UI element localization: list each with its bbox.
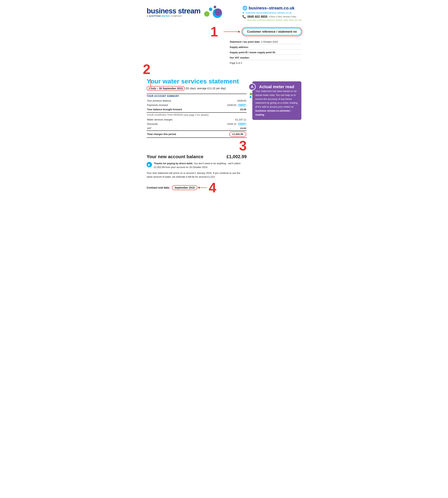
total-value: £1,002.99 xyxy=(207,131,247,138)
charges-table: Water services charges £1,107.11 Discoun… xyxy=(147,117,247,138)
tax-date-row: Statement / tax point date: 2 October 20… xyxy=(230,40,301,44)
vat-value: £0.00 xyxy=(207,126,247,131)
new-balance-amount: £1,002.99 xyxy=(226,154,247,159)
meter-dots xyxy=(250,93,252,98)
contact-website: 🌐 business–stream.co.uk xyxy=(242,6,301,11)
payments-value: £428.63 CREDIT xyxy=(211,103,247,107)
previous-balance-value: £428.63 xyxy=(211,99,247,103)
total-label: Total charges this period xyxy=(147,131,207,138)
direct-debit-section: ▶ Thanks for paying by direct debit. You… xyxy=(147,162,247,169)
annotation-3: 3 xyxy=(239,139,247,152)
previous-balance-label: Your previous balance xyxy=(147,99,211,103)
water-charges-row: Water services charges £1,107.11 xyxy=(147,117,247,122)
annotation-1: 1 xyxy=(210,25,218,38)
balance-forward-label: Your balance brought forward xyxy=(147,107,211,112)
new-balance-row: Your new account balance £1,002.99 xyxy=(147,154,247,159)
annotation-2: 2 xyxy=(143,63,150,76)
payments-credit-badge: CREDIT xyxy=(238,104,246,106)
supply-address-label: Supply address: xyxy=(230,46,249,49)
contract-highlight: September 2015 xyxy=(172,185,197,190)
new-balance-title: Your new account balance xyxy=(147,154,203,159)
logo-section: business stream A SCOTTISH WATER COMPANY xyxy=(147,6,225,19)
contract-end: Contract end date: September 2015 4 xyxy=(147,181,247,194)
discounts-value: £104.12 CREDIT xyxy=(207,122,247,126)
bubble-purple-small xyxy=(214,6,216,8)
vat-label: VAT xyxy=(147,126,207,131)
email-icon: ➡ xyxy=(242,11,244,14)
meter-read-title: Actual meter read xyxy=(259,84,298,89)
right-column: A Actual meter read Your statement has b… xyxy=(252,66,301,194)
contact-section: 🌐 business–stream.co.uk ➡ customer.servi… xyxy=(242,6,301,21)
arrow-line-4 xyxy=(199,187,207,188)
contact-email: ➡ customer.service@business–stream.co.uk xyxy=(242,11,301,14)
contract-label: Contract end date: xyxy=(147,186,170,189)
annotation-3-wrap: 3 xyxy=(147,139,247,152)
payments-label: Payments received xyxy=(147,103,211,107)
supply-address-row: Supply address: xyxy=(230,46,301,50)
annotation-arrow-1 xyxy=(224,32,239,32)
left-column: 2 Your water services statement 1 July –… xyxy=(147,66,247,194)
globe-icon: 🌐 xyxy=(242,6,247,11)
payments-row: Payments received £428.63 CREDIT xyxy=(147,103,247,107)
statement-title: Your water services statement xyxy=(147,78,247,85)
meter-read-link[interactable]: business–stream.co.uk/meter–reading xyxy=(255,109,291,116)
water-charges-label: Water services charges xyxy=(147,117,207,122)
total-row: Total charges this period £1,002.99 xyxy=(147,131,247,138)
arrow-head-4 xyxy=(198,186,200,189)
balance-forward-row: Your balance brought forward £0.00 xyxy=(147,107,247,112)
logo-bubbles xyxy=(202,6,225,19)
supply-point-label: Supply point ID / waste supply point ID: xyxy=(230,51,276,54)
phone-icon: 📞 xyxy=(242,15,246,18)
total-amount-highlight: £1,002.99 xyxy=(229,132,246,137)
direct-debit-icon: ▶ xyxy=(147,162,152,167)
bubble-purple-large xyxy=(215,8,222,16)
logo-text: business stream xyxy=(147,7,200,15)
bubble-blue-small xyxy=(209,8,212,11)
next-statement: Your next statement will arrive on or ar… xyxy=(147,171,247,179)
customer-ref-label: Customer reference / statement no xyxy=(242,28,301,35)
dot-blue xyxy=(250,96,252,98)
logo-subtitle: A SCOTTISH WATER COMPANY xyxy=(147,15,200,17)
contact-ready-note: Have your customer reference number read… xyxy=(247,19,301,21)
contact-phone: 📞 0845 602 8855 8.30am–5.30pm, Monday–Fr… xyxy=(242,15,301,18)
annotation-4-wrap: 4 xyxy=(199,181,216,194)
previous-balance-row: Your previous balance £428.63 xyxy=(147,99,247,103)
period-highlight: 1 July – 30 September 2015 xyxy=(147,86,185,91)
annotation-4: 4 xyxy=(209,181,216,194)
meter-read-box: A Actual meter read Your statement has b… xyxy=(252,81,301,120)
dot-green xyxy=(250,93,252,95)
info-right-block: Statement / tax point date: 2 October 20… xyxy=(147,40,301,64)
charges-header: YOUR CHARGES THIS PERIOD (see page 2 for… xyxy=(147,112,247,116)
direct-debit-text: Thanks for paying by direct debit. You d… xyxy=(154,162,247,169)
statement-period: 1 July – 30 September 2015 (91 days, ave… xyxy=(147,86,247,91)
account-summary-header: YOUR ACCOUNT SUMMARY xyxy=(147,94,247,98)
tax-date-value: 2 October 2015 xyxy=(261,40,278,43)
discounts-credit-badge: CREDIT xyxy=(238,123,246,125)
supply-point-row: Supply point ID / waste supply point ID: xyxy=(230,51,301,55)
statement-info-block: Statement / tax point date: 2 October 20… xyxy=(230,40,301,64)
meter-a-badge: A xyxy=(249,83,256,90)
discounts-label: Discounts xyxy=(147,122,207,126)
account-summary-table: Your previous balance £428.63 Payments r… xyxy=(147,99,247,112)
discounts-row: Discounts £104.12 CREDIT xyxy=(147,122,247,126)
main-content: 2 Your water services statement 1 July –… xyxy=(147,66,301,194)
vat-row: VAT £0.00 xyxy=(147,126,247,131)
vat-row: Our VAT number: xyxy=(230,56,301,60)
page-info: Page 1 of 2 xyxy=(230,62,301,64)
arrow-line-1 xyxy=(224,32,239,32)
meter-read-body: Your statement has been based on an actu… xyxy=(255,89,298,117)
tax-date-label: Statement / tax point date: xyxy=(230,40,260,43)
annotation-line-2 xyxy=(150,80,151,89)
page-header: business stream A SCOTTISH WATER COMPANY… xyxy=(147,6,301,21)
bubble-green xyxy=(204,11,209,17)
balance-forward-value: £0.00 xyxy=(211,107,247,112)
customer-ref-section: 1 Customer reference / statement no xyxy=(147,25,301,38)
water-charges-value: £1,107.11 xyxy=(207,117,247,122)
vat-number-label: Our VAT number: xyxy=(230,56,250,59)
period-rest: (91 days, average £11.02 per day) xyxy=(186,87,226,90)
